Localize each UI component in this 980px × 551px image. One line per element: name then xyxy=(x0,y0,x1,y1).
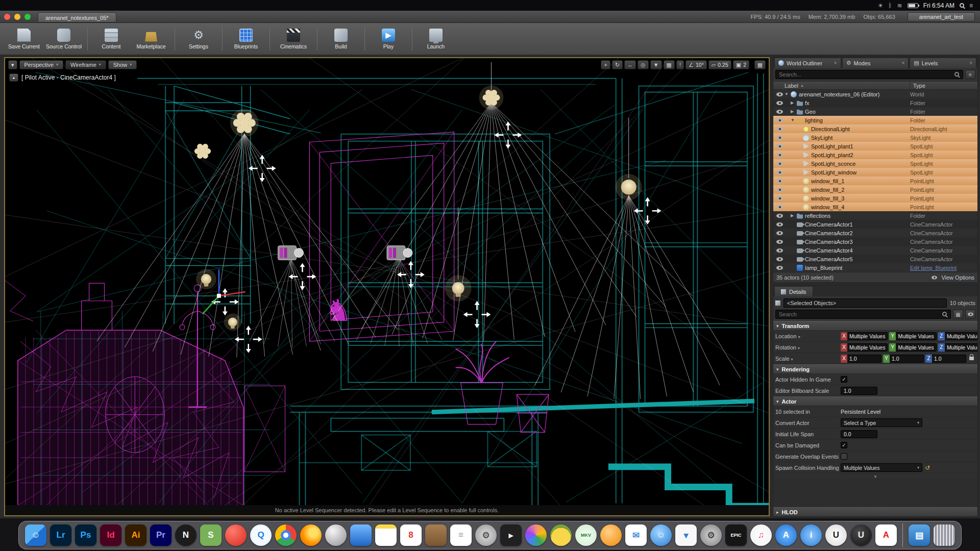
wifi-icon[interactable]: ≋ xyxy=(897,2,902,9)
dock-icon-messages[interactable]: ✉ xyxy=(625,524,647,546)
visibility-eye-icon[interactable] xyxy=(776,110,783,114)
visibility-eye-icon[interactable] xyxy=(776,179,783,183)
axis-x[interactable]: XMultiple Values xyxy=(841,343,888,352)
world-coordinate-button[interactable]: ◎ xyxy=(638,60,649,69)
selected-objects-dropdown[interactable]: <Selected Objects> xyxy=(783,298,947,308)
visibility-eye-icon[interactable] xyxy=(776,153,783,157)
dock-icon-illustrator[interactable]: Ai xyxy=(125,524,146,546)
checkbox[interactable]: ✓ xyxy=(841,442,847,448)
axis-y[interactable]: YMultiple Values xyxy=(889,343,936,352)
outliner-column-header[interactable]: Label▲ Type xyxy=(773,81,977,90)
axis-y[interactable]: Y1.0 xyxy=(883,355,924,363)
outliner-row[interactable]: ▶reflectionsFolder xyxy=(773,211,977,220)
dock-icon-lightroom[interactable]: Lr xyxy=(50,524,71,546)
axis-z[interactable]: Z1.0 xyxy=(925,355,966,363)
dock-icon-firefox[interactable] xyxy=(300,524,322,546)
dropdown[interactable]: Multiple Values▾ xyxy=(841,463,922,472)
maximize-viewport-button[interactable]: ▦ xyxy=(754,60,766,69)
axis-value-y[interactable]: 1.0 xyxy=(890,355,924,363)
details-search-input[interactable] xyxy=(775,310,951,319)
value-field[interactable]: 0.0 xyxy=(841,430,877,438)
advanced-expander[interactable]: ▾ xyxy=(773,473,977,480)
dock-icon-red-app[interactable] xyxy=(225,524,247,546)
property-matrix-button[interactable]: ▦ xyxy=(953,310,963,319)
outliner-search-input[interactable] xyxy=(775,70,963,79)
content-button[interactable]: Content xyxy=(92,25,130,53)
visibility-eye-icon[interactable] xyxy=(776,127,783,131)
outliner-row[interactable]: CineCameraActor5CineCameraActor xyxy=(773,255,977,263)
perspective-button[interactable]: Perspective▾ xyxy=(19,60,64,69)
outliner-row[interactable]: SpotLight_plant1SpotLight xyxy=(773,142,977,151)
viewport-scene[interactable]: ♞ xyxy=(5,58,769,515)
visibility-eye-icon[interactable] xyxy=(776,118,783,122)
outliner-row[interactable]: SpotLight_sconceSpotLight xyxy=(773,159,977,168)
dock-icon-orange-ball[interactable] xyxy=(600,524,622,546)
axis-value-x[interactable]: 1.0 xyxy=(847,355,881,363)
translate-tool-button[interactable]: + xyxy=(601,60,610,69)
close-tab-icon[interactable]: × xyxy=(969,60,972,66)
dropdown[interactable]: Select a Type▾ xyxy=(841,418,922,427)
reset-to-default-icon[interactable]: ↺ xyxy=(925,464,930,471)
visibility-eye-icon[interactable] xyxy=(776,162,783,166)
menubar-clock[interactable]: Fri 6:54 AM xyxy=(923,2,954,9)
dock-icon-green-app[interactable]: S xyxy=(200,524,222,546)
outliner-row[interactable]: lamp_BlueprintEdit lamp_Blueprint xyxy=(773,263,977,272)
close-tab-icon[interactable]: × xyxy=(902,60,905,66)
visibility-eye-icon[interactable] xyxy=(776,248,783,253)
bluetooth-icon[interactable]: ᛒ xyxy=(888,2,892,9)
axis-value-y[interactable]: Multiple Values xyxy=(896,343,936,352)
build-button[interactable]: Build xyxy=(322,25,360,53)
outliner-row[interactable]: SkyLightSkyLight xyxy=(773,133,977,142)
dock-icon-reminders[interactable]: ≡ xyxy=(450,524,472,546)
expander-icon[interactable]: ▶ xyxy=(791,213,796,218)
outliner-row[interactable]: window_fill_3PointLight xyxy=(773,194,977,203)
axis-z[interactable]: ZMultiple Values xyxy=(938,343,977,352)
visibility-eye-icon[interactable] xyxy=(776,136,783,140)
outliner-row[interactable]: window_fill_1PointLight xyxy=(773,177,977,185)
dock-icon-photoshop[interactable]: Ps xyxy=(75,524,96,546)
outliner-row[interactable]: CineCameraActor1CineCameraActor xyxy=(773,220,977,229)
outliner-row[interactable]: window_fill_2PointLight xyxy=(773,185,977,194)
visibility-eye-icon[interactable] xyxy=(776,144,783,148)
dock-icon-trash[interactable] xyxy=(934,524,955,546)
play-button[interactable]: ▶Play xyxy=(370,25,407,53)
dock-icon-blue-face[interactable]: ☺ xyxy=(650,524,672,546)
dock-icon-tan-folder[interactable] xyxy=(425,524,447,546)
tab-world-outliner[interactable]: World Outliner× xyxy=(774,58,841,68)
visibility-eye-icon[interactable] xyxy=(776,170,783,174)
cinematics-button[interactable]: Cinematics xyxy=(275,25,312,53)
outliner-row[interactable]: CineCameraActor3CineCameraActor xyxy=(773,237,977,246)
camera-speed-button[interactable]: ▣2 xyxy=(733,60,749,69)
tab-levels[interactable]: ▤Levels× xyxy=(910,58,976,68)
dock-icon-quicktime[interactable]: Q xyxy=(250,524,272,546)
zoom-window-button[interactable] xyxy=(24,14,31,20)
dock-icon-indesign[interactable]: Id xyxy=(100,524,121,546)
checkbox[interactable]: ✓ xyxy=(841,376,847,383)
dock-icon-gray-sphere[interactable] xyxy=(325,524,347,546)
axis-z[interactable]: ZMultiple Values xyxy=(938,332,977,340)
dock-icon-app-store[interactable]: A xyxy=(775,524,797,546)
blueprints-button[interactable]: Blueprints xyxy=(227,25,265,53)
view-options-button[interactable]: View Options xyxy=(929,274,974,281)
stop-piloting-button[interactable]: ▲ xyxy=(9,73,18,82)
outliner-row[interactable]: ▼lightingFolder xyxy=(773,116,977,124)
axis-value-x[interactable]: Multiple Values xyxy=(847,343,888,352)
axis-value-z[interactable]: 1.0 xyxy=(932,355,966,363)
outliner-row[interactable]: CineCameraActor2CineCameraActor xyxy=(773,229,977,237)
outliner-row[interactable]: SpotLight_windowSpotLight xyxy=(773,168,977,177)
outliner-row-type[interactable]: Edit lamp_Blueprint xyxy=(910,265,977,271)
viewport-options-button[interactable]: ▾ xyxy=(8,60,17,69)
axis-value-y[interactable]: Multiple Values xyxy=(896,332,936,340)
dock-icon-notes[interactable] xyxy=(375,524,397,546)
dock-icon-blue-doc[interactable]: ▤ xyxy=(909,524,930,546)
dock-icon-finder[interactable]: ☺ xyxy=(25,524,46,546)
dock-icon-calendar[interactable]: 8 xyxy=(400,524,422,546)
viewport[interactable]: ♞ xyxy=(4,57,770,516)
axis-value-z[interactable]: Multiple Values xyxy=(945,343,977,352)
section-header-actor[interactable]: ▾Actor xyxy=(773,396,977,406)
outliner-row[interactable]: window_fill_4PointLight xyxy=(773,203,977,211)
outliner-row[interactable]: ▶GeoFolder xyxy=(773,107,977,116)
checkbox[interactable] xyxy=(841,453,847,460)
visibility-eye-icon[interactable] xyxy=(776,188,783,192)
dock-icon-blue-app[interactable] xyxy=(350,524,372,546)
